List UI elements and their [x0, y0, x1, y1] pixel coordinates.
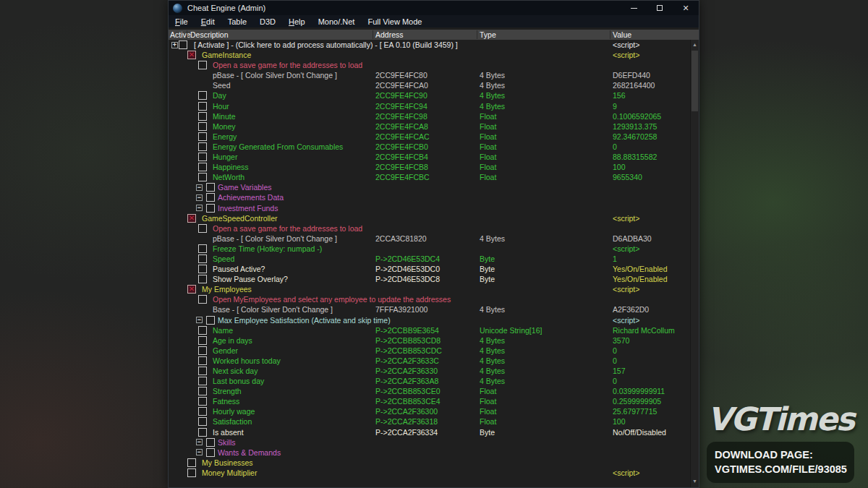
checkbox-activated[interactable]: ✕	[187, 214, 196, 223]
collapse-icon[interactable]: −	[196, 439, 203, 445]
minimize-button[interactable]	[621, 1, 647, 15]
collapse-icon[interactable]: −	[196, 205, 203, 211]
scroll-up-button[interactable]: ▲	[691, 40, 699, 49]
close-button[interactable]: ✕	[673, 1, 699, 15]
cheat-row[interactable]: SpeedP->2CD46E53DC4Byte1	[169, 254, 690, 264]
cheat-row[interactable]: Is absentP->2CCA2F36334ByteNo/Off/Disabl…	[169, 427, 690, 437]
cheat-row[interactable]: Open a save game for the addresses to lo…	[169, 223, 690, 234]
checkbox[interactable]	[206, 204, 215, 213]
menu-item-d3d[interactable]: D3D	[253, 17, 282, 26]
cheat-row[interactable]: −Achievements Data	[169, 192, 690, 202]
checkbox[interactable]	[198, 326, 207, 335]
collapse-icon[interactable]: −	[196, 194, 203, 201]
cheat-row[interactable]: ✕GameInstance<script>	[169, 50, 690, 60]
checkbox[interactable]	[198, 122, 207, 131]
column-separator[interactable]	[373, 30, 373, 39]
checkbox[interactable]	[198, 91, 207, 100]
cheat-row[interactable]: −Skills	[169, 437, 690, 448]
collapse-icon[interactable]: −	[196, 184, 203, 191]
cheat-row[interactable]: −Investment Funds	[169, 203, 690, 213]
checkbox[interactable]	[198, 397, 207, 406]
collapse-icon[interactable]: −	[196, 449, 203, 455]
title-bar[interactable]: Cheat Engine (Admin) ✕	[169, 1, 699, 15]
cheat-row[interactable]: Minute2CC9FE4FC98Float0.1006592065	[169, 111, 690, 121]
checkbox[interactable]	[198, 61, 207, 69]
cheat-row[interactable]: NameP->2CCBB9E3654Unicode String[16]Rich…	[169, 325, 690, 335]
checkbox[interactable]	[198, 346, 207, 355]
expand-icon[interactable]: +	[171, 42, 178, 48]
cheat-row[interactable]: Money2CC9FE4FCA8Float1293913.375	[169, 121, 690, 132]
checkbox[interactable]	[206, 316, 215, 325]
cheat-row[interactable]: pBase - [ Color Silver Don't Change ]2CC…	[169, 234, 690, 244]
cheat-row[interactable]: Energy Generated From Consumables2CC9FE4…	[169, 142, 690, 152]
cheat-row[interactable]: Next sick dayP->2CCA2F363304 Bytes157	[169, 366, 690, 376]
cheat-row[interactable]: GenderP->2CCBB853CDC4 Bytes0	[169, 346, 690, 356]
cheat-row[interactable]: Hour2CC9FE4FC944 Bytes9	[169, 101, 690, 111]
scrollbar[interactable]: ▲ ▼	[690, 40, 699, 487]
checkbox[interactable]	[198, 407, 207, 416]
cheat-row[interactable]: Worked hours todayP->2CCA2F3633C4 Bytes0	[169, 356, 690, 366]
checkbox[interactable]	[198, 132, 207, 141]
cheat-row[interactable]: Happiness2CC9FE4FCB8Float100	[169, 162, 690, 172]
checkbox[interactable]	[198, 417, 207, 426]
cheat-row[interactable]: −Game Variables	[169, 182, 690, 192]
cheat-row[interactable]: Open a save game for the addresses to lo…	[169, 60, 690, 70]
cheat-row[interactable]: Hourly wageP->2CCA2F36300Float25.6797771…	[169, 406, 690, 416]
cheat-row[interactable]: Energy2CC9FE4FCACFloat92.34670258	[169, 132, 690, 142]
cheat-row[interactable]: ✕GameSpeedController<script>	[169, 213, 690, 223]
column-separator[interactable]	[477, 30, 477, 39]
checkbox[interactable]	[198, 153, 207, 161]
cheat-row[interactable]: Seed2CC9FE4FCA04 Bytes2682164400	[169, 80, 690, 90]
checkbox[interactable]	[206, 193, 215, 202]
collapse-icon[interactable]: −	[196, 317, 203, 323]
cheat-row[interactable]: Day2CC9FE4FC904 Bytes156	[169, 90, 690, 100]
checkbox-activated[interactable]: ✕	[187, 285, 196, 294]
cheat-row[interactable]: FatnessP->2CCBB853CE4Float0.2599999905	[169, 396, 690, 406]
column-separator[interactable]	[187, 30, 187, 39]
cheat-row[interactable]: Age in daysP->2CCBB853CD84 Bytes3570	[169, 335, 690, 346]
checkbox[interactable]	[198, 428, 207, 437]
cheat-row[interactable]: Base - [ Color Silver Don't Change ]7FFF…	[169, 304, 690, 314]
cheat-row[interactable]: +[ Activate ] - (Click here to add proce…	[169, 40, 690, 50]
checkbox[interactable]	[198, 102, 207, 111]
checkbox[interactable]	[198, 275, 207, 283]
checkbox[interactable]	[187, 468, 196, 477]
checkbox[interactable]	[198, 336, 207, 345]
column-header-type[interactable]: Type	[480, 30, 496, 40]
checkbox[interactable]	[187, 458, 196, 467]
checkbox[interactable]	[198, 254, 207, 263]
cheat-row[interactable]: Paused Active?P->2CD46E53DC0ByteYes/On/E…	[169, 264, 690, 274]
cheat-row[interactable]: Open MyEmployees and select any employee…	[169, 294, 690, 304]
checkbox[interactable]	[206, 183, 215, 192]
scroll-thumb[interactable]	[692, 51, 698, 111]
cheat-row[interactable]: NetWorth2CC9FE4FCBCFloat9655340	[169, 172, 690, 182]
cheat-row[interactable]: pBase - [ Color Silver Don't Change ]2CC…	[169, 70, 690, 80]
column-header-active[interactable]: Active	[170, 30, 191, 40]
checkbox-activated[interactable]: ✕	[187, 51, 196, 59]
menu-item-mono-net[interactable]: Mono/.Net	[312, 17, 362, 26]
cheat-row[interactable]: Last bonus dayP->2CCA2F363A84 Bytes0	[169, 376, 690, 386]
cheat-row[interactable]: −Wants & Demands	[169, 448, 690, 458]
cheat-row[interactable]: Money Multiplier<script>	[169, 468, 690, 478]
checkbox[interactable]	[198, 112, 207, 121]
cheat-row[interactable]: StrengthP->2CCBB853CE0Float0.03999999911	[169, 386, 690, 396]
checkbox[interactable]	[198, 387, 207, 395]
column-separator[interactable]	[610, 30, 610, 39]
cheat-row[interactable]: Hunger2CC9FE4FCB4Float88.88315582	[169, 152, 690, 162]
menu-item-help[interactable]: Help	[282, 17, 312, 26]
checkbox[interactable]	[206, 438, 215, 447]
column-header-value[interactable]: Value	[613, 30, 631, 40]
maximize-button[interactable]	[647, 1, 673, 15]
scroll-down-button[interactable]: ▼	[691, 477, 699, 486]
column-header-address[interactable]: Address	[375, 30, 404, 40]
cheat-row[interactable]: Show Pause Overlay?P->2CD46E53DC8ByteYes…	[169, 274, 690, 284]
menu-item-full-view-mode[interactable]: Full View Mode	[361, 17, 428, 26]
checkbox[interactable]	[198, 356, 207, 365]
cheat-row[interactable]: Freeze Time (Hotkey: numpad -)<script>	[169, 244, 690, 254]
cheat-row[interactable]: −Max Employee Satisfaction (Activate and…	[169, 315, 690, 325]
checkbox[interactable]	[198, 142, 207, 151]
menu-item-file[interactable]: File	[169, 17, 195, 26]
checkbox[interactable]	[179, 40, 187, 49]
menu-item-edit[interactable]: Edit	[195, 17, 221, 26]
checkbox[interactable]	[206, 448, 215, 457]
